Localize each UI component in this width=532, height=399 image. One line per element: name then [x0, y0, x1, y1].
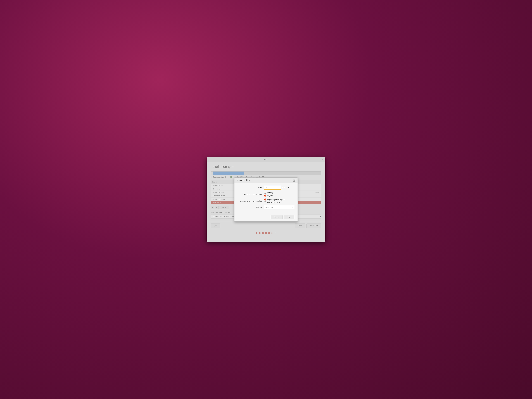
installer-window: Install × Installation type free space 2…	[207, 157, 325, 242]
location-row: Location for the new partition: Beginnin…	[238, 198, 294, 203]
type-primary-radio[interactable]	[264, 192, 266, 194]
stepper-plus[interactable]: +	[284, 187, 286, 189]
dialog-body: Size: − + MB Type for the new partition:	[234, 183, 298, 214]
type-logical-option[interactable]: Logical	[264, 195, 273, 196]
size-unit: MB	[287, 187, 290, 189]
type-logical-label: Logical	[267, 195, 272, 196]
type-label: Type for the new partition:	[238, 193, 264, 195]
location-end-label: End of this space	[267, 202, 280, 203]
type-primary-option[interactable]: Primary	[264, 192, 273, 194]
location-beginning-option[interactable]: Beginning of this space	[264, 198, 285, 201]
dialog-overlay: Create partition × Size: − + MB	[207, 157, 325, 242]
size-label: Size:	[238, 187, 264, 189]
type-logical-radio[interactable]	[264, 195, 266, 196]
create-partition-dialog: Create partition × Size: − + MB	[234, 177, 298, 222]
location-beginning-label: Beginning of this space	[267, 199, 285, 201]
partition-location-group: Beginning of this space End of this spac…	[264, 198, 285, 203]
stepper-minus[interactable]: −	[281, 187, 283, 189]
location-label: Location for the new partition:	[238, 200, 264, 202]
type-row: Type for the new partition: Primary Logi…	[238, 192, 294, 196]
dialog-title: Create partition	[237, 179, 250, 181]
dialog-footer: Cancel OK	[234, 214, 298, 222]
use-as-row: Use as: swap area Ext4 journaling file s…	[238, 205, 294, 209]
location-end-radio[interactable]	[264, 201, 266, 203]
use-as-select[interactable]: swap area Ext4 journaling file system Ex…	[264, 205, 294, 209]
size-row: Size: − + MB	[238, 186, 294, 190]
type-primary-label: Primary	[267, 192, 273, 194]
location-end-option[interactable]: End of this space	[264, 201, 285, 203]
ok-button[interactable]: OK	[284, 215, 294, 219]
use-as-label: Use as:	[238, 206, 264, 208]
dialog-header: Create partition ×	[234, 177, 298, 183]
size-input[interactable]	[264, 186, 281, 190]
location-beginning-radio[interactable]	[264, 198, 266, 201]
partition-type-group: Primary Logical	[264, 192, 273, 196]
dialog-close-button[interactable]: ×	[293, 179, 295, 182]
cancel-button[interactable]: Cancel	[271, 215, 283, 219]
size-input-group: − + MB	[264, 186, 290, 190]
